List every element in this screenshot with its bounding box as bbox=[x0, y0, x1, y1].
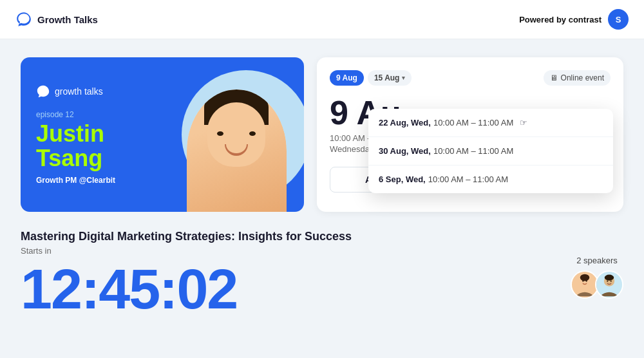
header: Growth Talks Powered by contrast S bbox=[0, 0, 644, 39]
event-title: Mastering Digital Marketing Strategies: … bbox=[21, 230, 352, 243]
eye-left bbox=[217, 131, 223, 136]
event-card-content: growth talks episode 12 JustinTsang Grow… bbox=[36, 57, 115, 212]
brand-logo: growth talks bbox=[36, 84, 115, 99]
speaker-role: Growth PM @Clearbit bbox=[36, 176, 115, 185]
countdown-seconds: 02 bbox=[176, 257, 237, 321]
top-section: growth talks episode 12 JustinTsang Grow… bbox=[21, 57, 623, 212]
eye-right bbox=[249, 131, 256, 136]
powered-by: Powered by contrast bbox=[519, 15, 601, 24]
app-title: Growth Talks bbox=[37, 14, 98, 25]
brand-logo-text: growth talks bbox=[55, 86, 103, 97]
avatar-face-2 bbox=[596, 272, 622, 297]
countdown-hours: 12 bbox=[21, 257, 81, 321]
svg-point-4 bbox=[586, 280, 587, 281]
user-avatar-button[interactable]: S bbox=[608, 9, 629, 30]
dropdown-time-3: 10:00 AM – 11:00 AM bbox=[428, 174, 508, 184]
svg-point-7 bbox=[605, 275, 614, 281]
face-smile bbox=[225, 144, 248, 156]
dropdown-item-2[interactable]: 30 Aug, Wed, 10:00 AM – 11:00 AM bbox=[368, 137, 613, 165]
svg-point-2 bbox=[580, 274, 590, 281]
face-simulation bbox=[187, 90, 287, 212]
header-right: Powered by contrast S bbox=[519, 9, 629, 30]
dropdown-time-2: 10:00 AM – 11:00 AM bbox=[433, 146, 513, 156]
bottom-left: Mastering Digital Marketing Strategies: … bbox=[21, 230, 352, 317]
speakers-count-label: 2 speakers bbox=[576, 256, 618, 265]
episode-label: episode 12 bbox=[36, 110, 115, 119]
event-card: growth talks episode 12 JustinTsang Grow… bbox=[21, 57, 304, 212]
face-head bbox=[207, 102, 265, 167]
registration-panel: 9 Aug 15 Aug ▾ 🖥 Online event 9 Au 10:00… bbox=[317, 57, 623, 212]
speaker-photo bbox=[182, 77, 291, 212]
dropdown-date-1: 22 Aug, Wed, bbox=[379, 118, 431, 127]
date-dropdown: 22 Aug, Wed, 10:00 AM – 11:00 AM ☞ 30 Au… bbox=[368, 109, 613, 193]
header-left: Growth Talks bbox=[15, 11, 98, 28]
dropdown-item-3[interactable]: 6 Sep, Wed, 10:00 AM – 11:00 AM bbox=[368, 165, 613, 193]
date-tab-15aug[interactable]: 15 Aug ▾ bbox=[368, 70, 412, 86]
main-content: growth talks episode 12 JustinTsang Grow… bbox=[0, 39, 644, 335]
chevron-down-icon: ▾ bbox=[402, 75, 405, 81]
svg-point-3 bbox=[582, 280, 583, 281]
dropdown-item-1[interactable]: 22 Aug, Wed, 10:00 AM – 11:00 AM ☞ bbox=[368, 109, 613, 137]
countdown-timer: 12:45:02 bbox=[21, 261, 352, 317]
avatar-face-1 bbox=[572, 272, 598, 297]
speaker-face-bg bbox=[187, 90, 287, 212]
countdown-minutes: 45 bbox=[99, 257, 159, 321]
date-tabs: 9 Aug 15 Aug ▾ 🖥 Online event bbox=[330, 70, 611, 86]
date-tab-9aug[interactable]: 9 Aug bbox=[330, 70, 364, 86]
monitor-icon: 🖥 bbox=[550, 73, 558, 82]
online-badge: 🖥 Online event bbox=[544, 70, 611, 86]
chat-icon bbox=[15, 11, 32, 28]
bottom-right: 2 speakers bbox=[571, 230, 623, 299]
brand-logo-icon bbox=[36, 84, 50, 99]
svg-point-9 bbox=[611, 280, 612, 281]
speakers-avatars bbox=[571, 270, 623, 299]
dropdown-date-2: 30 Aug, Wed, bbox=[379, 146, 431, 156]
cursor-icon: ☞ bbox=[520, 118, 527, 127]
svg-point-8 bbox=[607, 280, 608, 281]
speaker-avatar-2 bbox=[595, 270, 623, 299]
dropdown-date-3: 6 Sep, Wed, bbox=[379, 174, 426, 184]
countdown-sep-1: : bbox=[81, 257, 99, 321]
speaker-name: JustinTsang bbox=[36, 122, 115, 171]
dropdown-time-1: 10:00 AM – 11:00 AM bbox=[433, 118, 513, 127]
countdown-sep-2: : bbox=[159, 257, 176, 321]
face-eyes bbox=[217, 131, 256, 136]
starts-in-label: Starts in bbox=[21, 246, 352, 256]
bottom-section: Mastering Digital Marketing Strategies: … bbox=[21, 230, 623, 317]
